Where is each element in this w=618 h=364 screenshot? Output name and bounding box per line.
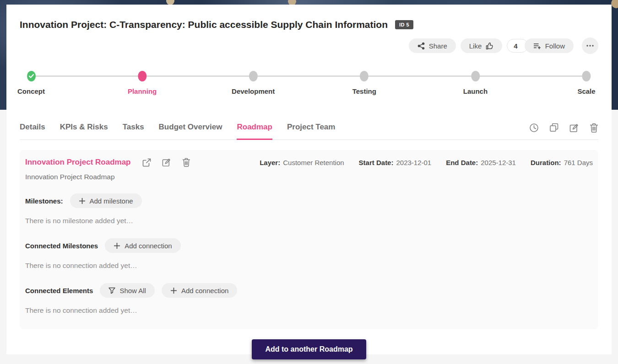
add-milestone-connection-button[interactable]: Add connection <box>105 238 180 253</box>
id-badge: ID 5 <box>395 20 413 29</box>
follow-button-label: Follow <box>545 42 565 50</box>
stepper-line <box>31 75 586 77</box>
edit-icon <box>162 158 171 167</box>
tab-toolbar <box>529 123 598 133</box>
roadmap-title[interactable]: Innovation Project Roadmap <box>25 158 130 167</box>
stepper-label: Development <box>232 87 275 95</box>
trash-icon <box>182 158 190 167</box>
tab-budget-overview[interactable]: Budget Overview <box>159 123 222 139</box>
follow-button[interactable]: Follow <box>525 38 574 53</box>
connected-elements-label: Connected Elements <box>25 287 93 294</box>
copy-button[interactable] <box>549 123 559 133</box>
stepper-step-testing[interactable]: Testing <box>352 70 376 95</box>
history-icon <box>529 123 539 133</box>
footer-row: Add to another Roadmap <box>20 339 598 359</box>
stepper-label: Concept <box>17 87 45 95</box>
meta-duration: Duration: 761 Days <box>531 159 593 166</box>
roadmap-title-actions <box>142 158 190 167</box>
active-dot <box>138 71 146 81</box>
delete-roadmap-button[interactable] <box>182 158 190 167</box>
upcoming-dot <box>582 71 591 81</box>
filter-icon <box>108 287 115 294</box>
page-title: Innovation Project: C-Transparency: Publ… <box>20 19 388 30</box>
roadmap-subtitle: Innovation Project Roadmap <box>25 173 593 181</box>
copy-icon <box>549 123 559 133</box>
stepper-step-concept[interactable]: Concept <box>17 70 45 95</box>
stepper-step-launch[interactable]: Launch <box>463 70 488 95</box>
history-button[interactable] <box>529 123 539 133</box>
upcoming-dot <box>471 71 480 81</box>
actions-row: Share Like 4 Follow <box>20 37 598 54</box>
thumbs-up-icon <box>486 42 493 50</box>
connected-milestones-empty-text: There is no connection added yet… <box>25 262 593 270</box>
trash-icon <box>590 123 598 133</box>
tab-kpis-risks[interactable]: KPIs & Risks <box>60 123 108 139</box>
edit-roadmap-button[interactable] <box>162 158 171 167</box>
stepper-label: Testing <box>352 87 376 95</box>
milestones-label: Milestones: <box>25 197 63 205</box>
stepper-label: Scale <box>577 87 595 95</box>
stepper-label: Planning <box>128 87 157 95</box>
external-link-icon <box>142 158 151 167</box>
milestones-empty-text: There is no milestone added yet… <box>25 217 593 225</box>
connected-elements-section: Connected Elements Show All Add connecti… <box>25 283 593 298</box>
plus-icon <box>170 287 177 294</box>
meta-start-date: Start Date: 2023-12-01 <box>359 159 432 166</box>
meta-layer: Layer: Customer Retention <box>260 159 344 166</box>
share-button[interactable]: Share <box>409 38 456 53</box>
add-connection-label: Add connection <box>181 287 228 294</box>
like-button[interactable]: Like <box>461 38 503 53</box>
open-roadmap-button[interactable] <box>142 158 151 167</box>
share-icon <box>417 42 425 50</box>
main-panel: Innovation Project: C-Transparency: Publ… <box>6 5 612 354</box>
edit-button[interactable] <box>569 123 579 133</box>
plus-icon <box>79 198 86 204</box>
phase-stepper: Concept Planning Development Testing Lau… <box>31 70 586 104</box>
check-icon <box>27 71 36 81</box>
tab-roadmap[interactable]: Roadmap <box>237 123 272 139</box>
follow-plus-icon <box>533 43 541 49</box>
roadmap-card: Innovation Project Roadmap Layer: Custom… <box>20 150 598 329</box>
stepper-label: Launch <box>463 87 488 95</box>
edit-icon <box>569 123 579 133</box>
add-milestone-label: Add milestone <box>90 197 133 205</box>
tab-tasks[interactable]: Tasks <box>123 123 144 139</box>
tab-details[interactable]: Details <box>20 123 45 139</box>
share-button-label: Share <box>429 42 447 50</box>
ellipsis-icon <box>586 44 594 47</box>
add-milestone-button[interactable]: Add milestone <box>70 193 142 208</box>
roadmap-card-header: Innovation Project Roadmap Layer: Custom… <box>25 158 593 167</box>
milestones-section: Milestones: Add milestone <box>25 193 593 208</box>
connected-elements-empty-text: There is no connection added yet… <box>25 306 593 315</box>
add-to-roadmap-button[interactable]: Add to another Roadmap <box>252 339 366 359</box>
connected-milestones-label: Connected Milestones <box>25 242 98 250</box>
roadmap-meta: Layer: Customer Retention Start Date: 20… <box>260 159 593 166</box>
stepper-step-development[interactable]: Development <box>232 70 275 95</box>
stepper-step-planning[interactable]: Planning <box>128 70 157 95</box>
more-options-button[interactable] <box>582 37 598 54</box>
plus-icon <box>114 242 120 249</box>
upcoming-dot <box>249 71 258 81</box>
tab-project-team[interactable]: Project Team <box>287 123 336 139</box>
add-connection-label: Add connection <box>125 242 172 250</box>
meta-end-date: End Date: 2025-12-31 <box>446 159 516 166</box>
upcoming-dot <box>360 71 369 81</box>
like-button-label: Like <box>469 42 482 50</box>
show-all-button[interactable]: Show All <box>100 283 155 298</box>
add-element-connection-button[interactable]: Add connection <box>162 283 237 298</box>
delete-button[interactable] <box>590 123 598 133</box>
title-row: Innovation Project: C-Transparency: Publ… <box>20 19 598 30</box>
tab-bar: Details KPIs & Risks Tasks Budget Overvi… <box>20 123 598 140</box>
show-all-label: Show All <box>119 287 146 294</box>
stepper-step-scale[interactable]: Scale <box>577 70 595 95</box>
connected-milestones-section: Connected Milestones Add connection <box>25 238 593 253</box>
